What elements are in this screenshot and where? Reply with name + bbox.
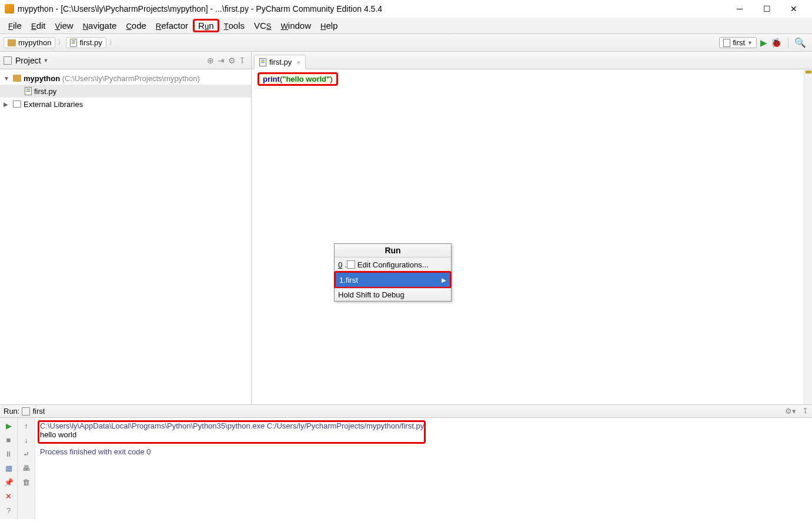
popup-footer: Hold Shift to Debug: [335, 288, 451, 301]
editor-area: first.py × print("hello world") Run 0. E…: [252, 52, 812, 404]
layout-icon[interactable]: ▦: [4, 463, 14, 473]
run-config-selector[interactable]: first ▼: [719, 37, 757, 48]
tree-root-label: mypython: [24, 74, 60, 83]
menu-edit[interactable]: Edit: [26, 19, 51, 32]
tree-external-libs[interactable]: ▶ External Libraries: [0, 98, 251, 111]
pause-icon[interactable]: ⏸: [4, 448, 14, 459]
popup-item-label: first: [346, 276, 358, 284]
menu-run[interactable]: Run: [193, 19, 219, 32]
chevron-down-icon[interactable]: ▼: [44, 58, 49, 63]
project-panel-title: Project: [15, 56, 41, 65]
workspace: Project ▼ ⊕ ⇥ ⚙ ⥝ ▼ mypython (C:\Users\l…: [0, 52, 812, 404]
expand-arrow-icon[interactable]: ▼: [4, 75, 11, 82]
stop-icon[interactable]: ■: [4, 434, 14, 445]
popup-item-edit-config[interactable]: 0. Edit Configurations...: [335, 257, 451, 272]
console-stdout-line: hello world: [40, 430, 807, 439]
marker-icon: [806, 71, 811, 73]
menu-file[interactable]: File: [4, 19, 26, 32]
tree-root-path: (C:\Users\ly\PycharmProjects\mypython): [62, 74, 200, 83]
editor-tab[interactable]: first.py ×: [254, 55, 306, 69]
console-blank-line: [40, 439, 807, 447]
editor-tab-label: first.py: [269, 58, 292, 66]
soft-wrap-icon[interactable]: ⤶: [21, 448, 32, 459]
title-bar: mypython - [C:\Users\ly\PycharmProjects\…: [0, 0, 812, 18]
run-header-label: Run:: [4, 407, 19, 416]
python-file-icon: [70, 39, 77, 47]
run-panel-body: ▶ ■ ⏸ ▦ 📌 ✕ ? ↑ ↓ ⤶ 🖶 🗑 C:\Users\ly\AppD…: [0, 418, 812, 519]
popup-item-label: Edit Configurations...: [357, 260, 429, 269]
menu-vcs[interactable]: VCS: [249, 19, 276, 32]
run-icon[interactable]: ▶: [760, 38, 767, 48]
debug-icon[interactable]: 🐞: [771, 38, 782, 48]
breadcrumb-file[interactable]: first.py: [66, 37, 106, 48]
run-config-label: first: [733, 38, 745, 47]
breadcrumb-bar: mypython 〉 first.py 〉 first ▼ ▶ 🐞 🔍: [0, 34, 812, 52]
rerun-icon[interactable]: ▶: [4, 420, 14, 431]
python-file-icon: [259, 58, 266, 66]
popup-item-number: 1: [339, 276, 343, 284]
tree-external-label: External Libraries: [24, 100, 83, 109]
code-editor[interactable]: print("hello world") Run 0. Edit Configu…: [252, 69, 812, 404]
editor-tab-bar: first.py ×: [252, 52, 812, 69]
up-icon[interactable]: ↑: [21, 420, 32, 431]
menu-navigate[interactable]: Navigate: [78, 19, 122, 32]
print-icon[interactable]: 🖶: [21, 463, 32, 473]
library-icon: [13, 101, 21, 108]
chevron-right-icon: 〉: [109, 38, 116, 48]
popup-item-first[interactable]: 1. first ▶: [334, 271, 452, 289]
hide-icon[interactable]: ⥝: [237, 56, 248, 65]
code-line: print("hello world"): [258, 72, 338, 86]
breadcrumb-file-label: first.py: [79, 38, 102, 47]
run-popup: Run 0. Edit Configurations... 1. first ▶…: [334, 243, 452, 302]
menu-tools[interactable]: Tools: [219, 19, 249, 32]
tree-root[interactable]: ▼ mypython (C:\Users\ly\PycharmProjects\…: [0, 72, 251, 85]
run-side-buttons-2: ↑ ↓ ⤶ 🖶 🗑: [18, 418, 35, 519]
toolbar-right: first ▼ ▶ 🐞 🔍: [719, 37, 808, 48]
help-icon[interactable]: ?: [4, 505, 14, 515]
pycharm-icon: [5, 4, 14, 14]
console-cmd-line: C:\Users\ly\AppData\Local\Programs\Pytho…: [40, 421, 807, 430]
popup-item-number: 0: [338, 260, 342, 269]
breadcrumb-project[interactable]: mypython: [4, 37, 55, 48]
submenu-arrow-icon: ▶: [442, 277, 446, 283]
tree-file[interactable]: first.py: [0, 85, 251, 98]
menu-refactor[interactable]: Refactor: [151, 19, 193, 32]
console-exit-line: Process finished with exit code 0: [40, 447, 807, 456]
python-file-icon: [25, 87, 32, 95]
python-file-icon: [723, 39, 730, 47]
hide-icon[interactable]: ⥝: [802, 407, 808, 416]
down-icon[interactable]: ↓: [21, 434, 32, 445]
menu-help[interactable]: Help: [316, 19, 342, 32]
project-icon: [4, 56, 12, 65]
close-icon[interactable]: ✕: [4, 491, 14, 501]
chevron-right-icon: 〉: [58, 38, 65, 48]
gear-icon[interactable]: ⚙: [226, 56, 237, 65]
run-panel: Run: first ⚙▾ ⥝ ▶ ■ ⏸ ▦ 📌 ✕ ? ↑ ↓ ⤶ 🖶 🗑 …: [0, 404, 812, 519]
close-button[interactable]: ✕: [780, 0, 807, 18]
locate-icon[interactable]: ⊕: [205, 56, 216, 65]
expand-arrow-icon[interactable]: ▶: [4, 101, 11, 108]
collapse-icon[interactable]: ⇥: [216, 56, 226, 65]
chevron-down-icon: ▼: [747, 40, 753, 46]
window-title: mypython - [C:\Users\ly\PycharmProjects\…: [18, 4, 726, 14]
python-icon: [22, 407, 30, 416]
folder-icon: [13, 75, 21, 82]
close-tab-icon[interactable]: ×: [296, 59, 300, 66]
search-icon[interactable]: 🔍: [794, 37, 806, 48]
project-tree[interactable]: ▼ mypython (C:\Users\ly\PycharmProjects\…: [0, 69, 251, 404]
edit-config-icon: [347, 260, 355, 269]
project-sidebar: Project ▼ ⊕ ⇥ ⚙ ⥝ ▼ mypython (C:\Users\l…: [0, 52, 252, 404]
menu-window[interactable]: Window: [276, 19, 316, 32]
minimize-button[interactable]: ─: [726, 0, 753, 18]
menu-code[interactable]: Code: [121, 19, 151, 32]
pin-icon[interactable]: 📌: [4, 477, 14, 487]
run-panel-header: Run: first ⚙▾ ⥝: [0, 405, 812, 418]
menu-view[interactable]: View: [50, 19, 78, 32]
gear-icon[interactable]: ⚙▾: [785, 407, 796, 416]
breadcrumb-project-label: mypython: [18, 38, 51, 47]
maximize-button[interactable]: ☐: [753, 0, 780, 18]
console-output[interactable]: C:\Users\ly\AppData\Local\Programs\Pytho…: [35, 418, 812, 519]
separator: [788, 38, 788, 48]
trash-icon[interactable]: 🗑: [21, 477, 32, 487]
run-header-name: first: [32, 407, 45, 416]
